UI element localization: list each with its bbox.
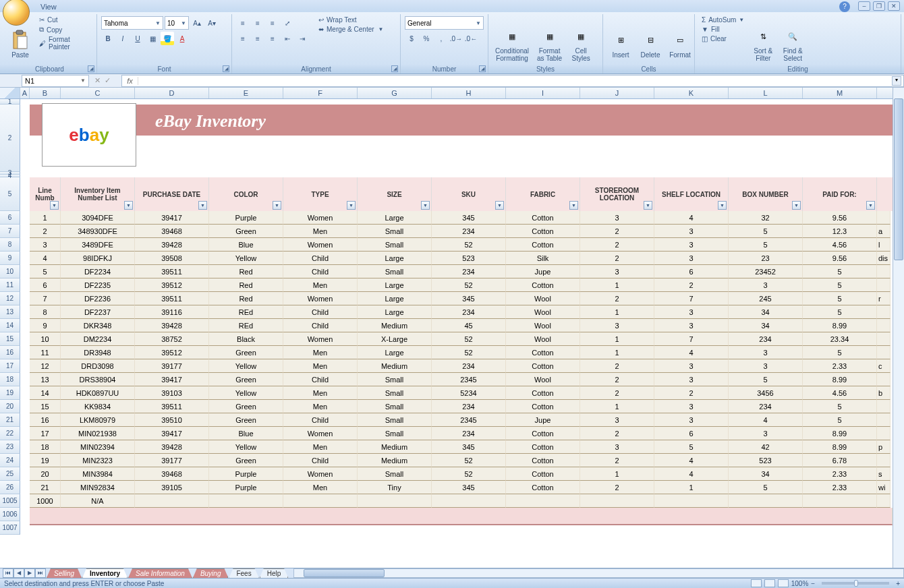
- cell[interactable]: 1: [580, 305, 654, 319]
- shrink-font-button[interactable]: A▾: [205, 16, 219, 30]
- cell[interactable]: 3: [654, 400, 729, 413]
- cell[interactable]: 5: [803, 278, 877, 292]
- cell[interactable]: 4: [30, 252, 61, 265]
- zoom-out-button[interactable]: −: [811, 580, 815, 587]
- cell[interactable]: [283, 494, 358, 508]
- table-row[interactable]: 33489DFE39428BlueWomenSmall52Cotton2354.…: [20, 238, 893, 252]
- filter-dropdown-icon[interactable]: ▼: [198, 201, 207, 210]
- cell[interactable]: Small: [358, 427, 432, 440]
- cell[interactable]: 523: [432, 252, 506, 265]
- cell[interactable]: Women: [283, 238, 358, 252]
- row-header[interactable]: 20: [0, 400, 20, 413]
- orientation-button[interactable]: ⤢: [281, 16, 294, 30]
- dialog-launcher-icon[interactable]: ◢: [479, 65, 486, 72]
- cell[interactable]: 52: [432, 467, 506, 481]
- cell[interactable]: Wool: [506, 373, 580, 386]
- cell[interactable]: Child: [283, 454, 358, 467]
- cell[interactable]: 3: [30, 238, 61, 252]
- table-row[interactable]: 1000N/A: [20, 494, 893, 508]
- align-right-button[interactable]: ≡: [266, 32, 279, 45]
- cell[interactable]: 5: [803, 292, 877, 305]
- row-header[interactable]: 7: [0, 225, 20, 238]
- table-row[interactable]: 18MIN0239439428YellowMenMedium345Cotton3…: [20, 440, 893, 454]
- cell[interactable]: 8.99: [803, 373, 877, 386]
- cell[interactable]: Child: [283, 373, 358, 386]
- cell[interactable]: 2: [580, 252, 654, 265]
- cell[interactable]: 345: [432, 440, 506, 454]
- cell[interactable]: Women: [283, 332, 358, 346]
- cell[interactable]: Men: [283, 386, 358, 400]
- cell[interactable]: 8.99: [803, 427, 877, 440]
- bold-button[interactable]: B: [101, 32, 115, 45]
- cell[interactable]: Child: [283, 319, 358, 332]
- cell[interactable]: a: [877, 225, 891, 238]
- scroll-thumb[interactable]: [894, 98, 903, 260]
- number-format-combo[interactable]: General▼: [405, 16, 484, 30]
- cell[interactable]: Cotton: [506, 454, 580, 467]
- align-left-button[interactable]: ≡: [236, 32, 250, 45]
- column-header-cell[interactable]: COLOR▼: [209, 177, 283, 211]
- next-sheet-button[interactable]: ▶: [24, 568, 35, 578]
- cell[interactable]: 234: [432, 400, 506, 413]
- expand-formula-icon[interactable]: ▾: [892, 76, 901, 86]
- cell[interactable]: Small: [358, 386, 432, 400]
- close-button[interactable]: ✕: [888, 1, 900, 11]
- cell[interactable]: Women: [283, 467, 358, 481]
- cancel-icon[interactable]: ✕: [94, 76, 101, 85]
- cell[interactable]: Jupe: [506, 413, 580, 427]
- cell[interactable]: 13: [30, 373, 61, 386]
- grow-font-button[interactable]: A▴: [190, 16, 204, 30]
- cell[interactable]: 52: [432, 454, 506, 467]
- table-row[interactable]: 7DF223639511RedWomenLarge345Wool272455r: [20, 292, 893, 305]
- cell[interactable]: [135, 494, 209, 508]
- cell[interactable]: 5: [729, 373, 803, 386]
- cell[interactable]: Silk: [506, 252, 580, 265]
- cell[interactable]: 3: [654, 413, 729, 427]
- align-top-button[interactable]: ≡: [236, 16, 250, 30]
- cell[interactable]: 2: [580, 359, 654, 373]
- cell[interactable]: 39468: [135, 225, 209, 238]
- cell[interactable]: REd: [209, 305, 283, 319]
- cell[interactable]: Green: [209, 413, 283, 427]
- cell[interactable]: 8: [30, 305, 61, 319]
- cell[interactable]: 34: [729, 319, 803, 332]
- cell[interactable]: 21: [30, 481, 61, 494]
- cell[interactable]: Child: [283, 305, 358, 319]
- cell[interactable]: Cotton: [506, 467, 580, 481]
- cell[interactable]: 6.78: [803, 454, 877, 467]
- align-center-button[interactable]: ≡: [251, 32, 264, 45]
- table-row[interactable]: 13DRS3890439417GreenChildSmall2345Wool23…: [20, 373, 893, 386]
- cell[interactable]: 12: [30, 359, 61, 373]
- font-size-combo[interactable]: 10▼: [165, 16, 189, 30]
- cell[interactable]: Green: [209, 373, 283, 386]
- cell[interactable]: Women: [283, 427, 358, 440]
- cell[interactable]: [877, 413, 891, 427]
- column-header[interactable]: H: [432, 88, 506, 98]
- cell[interactable]: Green: [209, 454, 283, 467]
- cell[interactable]: 9.56: [803, 252, 877, 265]
- cell[interactable]: 5: [729, 481, 803, 494]
- cell[interactable]: 19: [30, 454, 61, 467]
- insert-cells-button[interactable]: ⊞Insert: [607, 16, 634, 72]
- row-header[interactable]: 19: [0, 386, 20, 400]
- cell[interactable]: [877, 319, 891, 332]
- table-row[interactable]: 16LKM8097939510GreenChildSmall2345Jupe33…: [20, 413, 893, 427]
- dialog-launcher-icon[interactable]: ◢: [88, 65, 94, 72]
- cell[interactable]: 1: [580, 467, 654, 481]
- cell[interactable]: 3: [654, 373, 729, 386]
- column-header-cell[interactable]: BOX NUMBER▼: [729, 177, 803, 211]
- filter-dropdown-icon[interactable]: ▼: [421, 201, 430, 210]
- cell[interactable]: Wool: [506, 305, 580, 319]
- filter-dropdown-icon[interactable]: ▼: [644, 201, 652, 210]
- sheet-tab-inventory[interactable]: Inventory: [82, 568, 128, 578]
- filter-dropdown-icon[interactable]: ▼: [569, 201, 578, 210]
- cell[interactable]: Small: [358, 265, 432, 278]
- cell[interactable]: 2345: [432, 373, 506, 386]
- cell[interactable]: 3: [729, 346, 803, 359]
- cell[interactable]: MIN92834: [61, 481, 135, 494]
- row-header[interactable]: 17: [0, 359, 20, 373]
- zoom-level[interactable]: 100%: [791, 580, 809, 587]
- cell[interactable]: Men: [283, 481, 358, 494]
- dialog-launcher-icon[interactable]: ◢: [391, 65, 398, 72]
- sheet-tab-sale-information[interactable]: Sale Information: [128, 568, 192, 578]
